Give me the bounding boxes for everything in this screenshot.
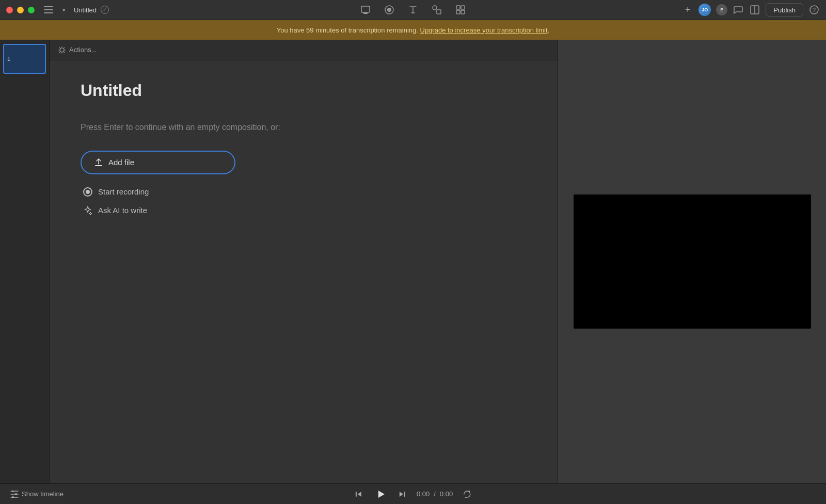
menu-icon[interactable] [43,4,54,15]
bottom-bar: Show timeline 0:00 / [0,483,826,504]
svg-rect-22 [404,492,405,497]
show-timeline-label: Show timeline [22,490,63,498]
avatar-secondary: E [716,4,727,15]
help-icon[interactable]: ? [808,4,820,15]
start-recording-row[interactable]: Start recording [81,183,235,201]
editor-content: Untitled Press Enter to continue with an… [50,60,558,483]
play-button[interactable] [373,487,388,501]
upgrade-link[interactable]: Upgrade to increase your transcription l… [420,26,548,34]
minimize-button[interactable] [17,7,24,13]
banner-suffix: . [548,26,550,34]
show-timeline-button[interactable]: Show timeline [10,490,63,498]
preview-panel [558,40,826,483]
svg-point-20 [12,496,14,498]
svg-rect-1 [44,9,53,10]
fullscreen-button[interactable] [28,7,35,13]
bottom-bar-inner: Show timeline 0:00 / [10,490,816,498]
svg-point-18 [12,491,14,492]
svg-rect-0 [44,6,53,7]
traffic-lights [6,7,35,13]
svg-rect-12 [456,10,460,14]
document-heading[interactable]: Untitled [81,81,527,100]
ask-ai-row[interactable]: Ask AI to write [81,201,235,220]
time-separator: / [434,490,436,498]
ask-ai-label: Ask AI to write [98,206,147,215]
avatar-primary: JO [698,4,711,16]
current-time: 0:00 [417,490,430,498]
svg-rect-10 [456,6,460,9]
editor-area: Actions... Untitled Press Enter to conti… [50,40,558,483]
add-button[interactable]: + [682,4,693,15]
svg-rect-11 [461,6,465,9]
svg-rect-21 [356,492,357,497]
chat-icon[interactable] [733,4,744,15]
svg-point-7 [387,8,391,12]
svg-rect-5 [363,13,368,14]
titlebar-tools [360,4,466,15]
add-file-button[interactable]: Add file [81,151,235,174]
timeline-icon [10,491,19,498]
svg-rect-17 [95,165,102,166]
slide-number: 1 [7,56,10,62]
empty-prompt: Press Enter to continue with an empty co… [81,121,527,134]
transcription-banner: You have 59 minutes of transcription rem… [0,20,826,40]
actions-button[interactable]: Actions... [58,46,97,54]
svg-rect-2 [44,12,53,13]
layout-icon[interactable] [749,4,760,15]
actions-label: Actions... [69,46,97,54]
record-circle [83,187,92,197]
svg-rect-13 [461,10,465,14]
svg-point-19 [15,493,17,495]
svg-point-8 [433,6,437,10]
skip-back-button[interactable] [353,488,365,500]
actions-icon [58,46,66,54]
record-icon[interactable] [384,4,395,15]
main-area: 1 Actions... Untitled Press Enter to con… [0,40,826,483]
titlebar: ▾ Untitled ✓ [0,0,826,20]
banner-text: You have 59 minutes of transcription rem… [277,26,418,34]
close-button[interactable] [6,7,13,13]
add-file-label: Add file [108,158,134,167]
start-recording-label: Start recording [98,187,149,196]
loop-button[interactable] [461,488,473,500]
slide-thumbnail[interactable]: 1 [3,44,46,74]
video-preview [574,194,811,329]
dropdown-icon[interactable]: ▾ [58,4,70,15]
screen-record-icon[interactable] [360,4,371,15]
publish-button[interactable]: Publish [766,3,803,17]
editor-toolbar: Actions... [50,40,558,60]
text-icon[interactable] [407,4,419,15]
svg-rect-9 [437,10,441,14]
skip-forward-button[interactable] [396,488,408,500]
save-status-icon: ✓ [101,6,109,14]
svg-rect-4 [364,12,367,13]
ai-icon [83,205,93,216]
document-title: Untitled [74,6,97,14]
record-dot [86,190,90,194]
titlebar-left: ▾ Untitled ✓ [43,4,109,15]
record-icon [83,187,93,197]
shapes-icon[interactable] [431,4,442,15]
upload-icon [94,158,103,167]
grid-icon[interactable] [455,4,466,15]
titlebar-right: + JO E Publish ? [682,3,820,17]
total-time: 0:00 [440,490,453,498]
svg-text:?: ? [813,7,816,13]
svg-rect-3 [361,6,370,12]
slide-panel: 1 [0,40,50,483]
playback-controls: 0:00 / 0:00 [353,487,473,501]
